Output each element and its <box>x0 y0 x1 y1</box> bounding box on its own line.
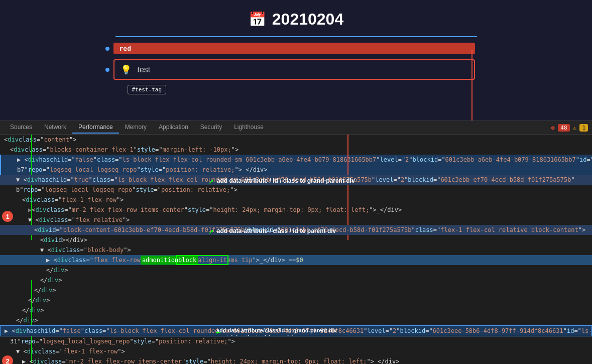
code-line-active: ▶ <div class="flex flex-row admonitionbl… <box>0 255 592 265</box>
code-line: ▶ <div class="mr-2 flex flex-row items-c… <box>0 356 592 364</box>
inspector-panel: <div class="content"> <div class="blocks… <box>0 135 592 364</box>
code-line: <div class="blocks-container flex-1" sty… <box>0 145 592 155</box>
code-line: <div class="flex-1 flex-row"> <box>0 195 592 205</box>
code-line-hl4: <div id="block-content-601c3ebb-ef70-4ec… <box>0 225 592 235</box>
code-line: ▼ <div class="flex-1 flex-row"> <box>0 346 592 356</box>
code-line: <div class="content"> <box>0 135 592 145</box>
annotation-arrow-2: ↗ add data-attribute / class / id to par… <box>208 225 336 235</box>
test-input-text: test <box>138 65 151 74</box>
annotation-section-1: ▼ <div haschild="true" class="ls-block f… <box>0 175 592 325</box>
code-line: ▼ <div class="flex relative"> <box>0 215 592 225</box>
page-title: 20210204 <box>272 10 343 29</box>
tab-sources[interactable]: Sources <box>4 122 38 134</box>
code-line: </div> <box>0 315 592 325</box>
section-2: ▶ <div haschild="false" class="ls-block … <box>0 325 592 364</box>
tab-application[interactable]: Application <box>153 122 194 134</box>
tab-performance[interactable]: Performance <box>72 122 119 134</box>
red-tag-bar: red <box>113 43 475 54</box>
title-underline <box>115 36 477 37</box>
preview-area: 📅 20210204 red 💡 test #test-tag <box>0 0 592 120</box>
tab-memory[interactable]: Memory <box>119 122 153 134</box>
circle-badge-2: 2 <box>2 355 13 364</box>
spacer <box>105 88 109 92</box>
code-line: </div> <box>0 305 592 315</box>
test-block-row: 💡 test <box>105 59 487 80</box>
tab-network[interactable]: Network <box>38 122 72 134</box>
annotation-arrow-1: ↗ add data-attribute / id / class to gra… <box>208 175 355 185</box>
code-line-section2-1: ▶ <div haschild="false" class="ls-block … <box>0 325 592 336</box>
red-tag-row: red <box>105 43 487 54</box>
code-line: ▶ <div class="mr-2 flex flex-row items-c… <box>0 205 592 215</box>
error-badge: 48 <box>558 124 569 132</box>
circle-badge-1: 1 <box>2 211 13 222</box>
warn-badge: 1 <box>579 124 588 132</box>
error-icon: ⊗ <box>551 124 555 132</box>
calendar-icon: 📅 <box>249 11 266 28</box>
code-line: </div> <box>0 275 592 285</box>
annotation-text-1: add data-attribute / id / class to grand… <box>217 176 355 185</box>
blue-dot-1 <box>105 47 109 51</box>
code-line-highlighted-2: b7" repo="logseq_local_logseq_repo" styl… <box>0 165 592 175</box>
hash-tag: #test-tag <box>128 85 167 94</box>
blue-dot-2 <box>105 68 109 72</box>
tab-security[interactable]: Security <box>194 122 228 134</box>
code-line: </div> <box>0 285 592 295</box>
test-block: 💡 test <box>113 59 475 80</box>
code-line: 31" repo="logseq_local_logseq_repo" styl… <box>0 336 592 346</box>
code-line: </div> <box>0 265 592 275</box>
code-line-highlighted-1: ▶ <div haschild="false" class="ls-block … <box>0 155 592 165</box>
devtools-toolbar: Sources Network Performance Memory Appli… <box>0 120 592 135</box>
code-line: </div> <box>0 295 592 305</box>
code-line: <div id></div> <box>0 235 592 245</box>
annotation-text-2: add data-attribute / class / id to paren… <box>217 226 336 235</box>
tab-lighthouse[interactable]: Lighthouse <box>228 122 270 134</box>
devtools-right: ⊗ 48 ⚠ 1 <box>551 124 588 132</box>
warn-icon: ⚠ <box>573 124 577 132</box>
code-line-hl3: ▼ <div haschild="true" class="ls-block f… <box>0 175 592 185</box>
bulb-icon: 💡 <box>121 64 132 75</box>
vertical-red-line <box>471 50 472 120</box>
tag-row: #test-tag <box>105 85 487 94</box>
annotation-text-3: add data-attribute/class/id to grand-par… <box>216 327 337 336</box>
code-line: ▼ <div class="block-body"> <box>0 245 592 255</box>
page-title-row: 📅 20210204 <box>249 10 343 29</box>
admonitionblock-highlight: admonitionblock <box>141 256 198 265</box>
